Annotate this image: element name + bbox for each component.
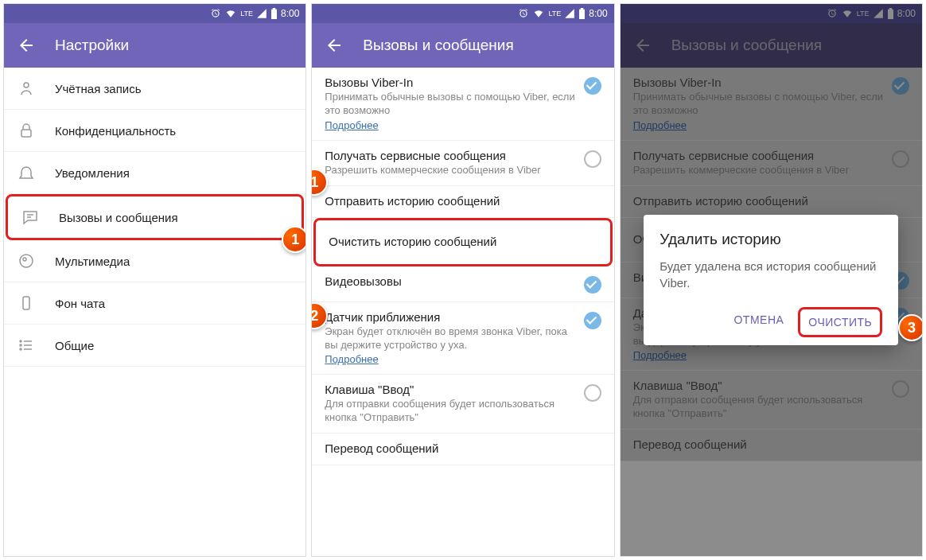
setting-viber-in[interactable]: Вызовы Viber-In Принимать обычные вызовы… xyxy=(312,68,613,141)
item-label: Уведомления xyxy=(55,166,130,180)
modal-overlay[interactable]: Удалить историю Будет удалена вся истори… xyxy=(621,4,922,556)
wifi-icon xyxy=(224,8,237,19)
phone-bg-icon xyxy=(17,294,36,313)
svg-point-5 xyxy=(20,340,21,342)
chat-icon xyxy=(21,208,40,227)
phone-screen-1: LTE 8:00 Настройки Учётная запись Конфид… xyxy=(3,3,306,557)
calls-settings-list: Вызовы Viber-In Принимать обычные вызовы… xyxy=(312,68,613,465)
signal-icon xyxy=(564,8,575,19)
status-bar: LTE 8:00 xyxy=(312,4,613,23)
svg-point-2 xyxy=(20,255,33,267)
settings-list: Учётная запись Конфиденциальность Уведом… xyxy=(4,68,305,367)
person-icon xyxy=(17,79,36,98)
item-label: Учётная запись xyxy=(55,82,142,95)
item-label: Мультимедиа xyxy=(55,255,130,268)
app-bar-title: Вызовы и сообщения xyxy=(363,37,513,54)
settings-item-background[interactable]: Фон чата xyxy=(4,282,305,325)
bell-icon xyxy=(17,163,36,182)
dialog-title: Удалить историю xyxy=(659,231,882,248)
item-label: Конфиденциальность xyxy=(55,124,176,138)
settings-item-privacy[interactable]: Конфиденциальность xyxy=(4,110,305,152)
item-label: Вызовы и сообщения xyxy=(59,211,178,224)
lock-icon xyxy=(17,121,36,140)
battery-icon xyxy=(270,8,278,19)
settings-item-general[interactable]: Общие xyxy=(4,325,305,367)
back-icon[interactable] xyxy=(325,36,344,55)
lte-icon: LTE xyxy=(240,10,253,18)
battery-icon xyxy=(578,8,586,19)
setting-title: Клавиша "Ввод" xyxy=(325,383,577,396)
setting-title: Получать сервисные сообщения xyxy=(325,149,577,162)
setting-title: Перевод сообщений xyxy=(325,441,594,455)
alarm-icon xyxy=(210,8,221,19)
setting-video-calls[interactable]: Видеовызовы xyxy=(312,266,613,302)
step-badge-1: 1 xyxy=(282,226,306,253)
more-link[interactable]: Подробнее xyxy=(325,353,378,365)
setting-proximity[interactable]: Датчик приближения Экран будет отключён … xyxy=(312,302,613,375)
setting-desc: Для отправки сообщения будет использоват… xyxy=(325,398,577,425)
setting-enter-key[interactable]: Клавиша "Ввод" Для отправки сообщения бу… xyxy=(312,375,613,434)
status-bar: LTE 8:00 xyxy=(4,4,305,23)
svg-point-6 xyxy=(20,344,21,346)
setting-translate[interactable]: Перевод сообщений xyxy=(312,434,613,465)
setting-clear-history[interactable]: Очистить историю сообщений xyxy=(313,218,612,266)
setting-desc: Экран будет отключён во время звонка Vib… xyxy=(325,325,577,352)
setting-service-msgs[interactable]: Получать сервисные сообщения Разрешить к… xyxy=(312,141,613,186)
status-time: 8:00 xyxy=(589,8,607,19)
svg-point-3 xyxy=(23,258,26,261)
back-icon[interactable] xyxy=(17,36,36,55)
toggle-on-icon[interactable] xyxy=(584,312,601,329)
wifi-icon xyxy=(532,8,545,19)
svg-rect-1 xyxy=(21,130,31,137)
toggle-off-icon[interactable] xyxy=(584,384,601,402)
settings-item-calls-messages[interactable]: Вызовы и сообщения xyxy=(6,194,304,240)
setting-desc: Принимать обычные вызовы с помощью Viber… xyxy=(325,91,577,118)
svg-point-0 xyxy=(24,83,29,88)
dialog-actions: ОТМЕНА ОЧИСТИТЬ xyxy=(659,307,882,337)
media-icon xyxy=(17,251,36,270)
confirm-dialog: Удалить историю Будет удалена вся истори… xyxy=(644,215,898,345)
svg-point-7 xyxy=(20,348,21,350)
phone-screen-2: LTE 8:00 Вызовы и сообщения Вызовы Viber… xyxy=(311,3,614,557)
app-bar: Настройки xyxy=(4,23,305,68)
item-label: Фон чата xyxy=(55,297,105,310)
toggle-on-icon[interactable] xyxy=(584,276,601,294)
more-link[interactable]: Подробнее xyxy=(325,119,378,131)
setting-title: Датчик приближения xyxy=(325,310,577,324)
dialog-message: Будет удалена вся история сообщений Vibe… xyxy=(659,258,882,291)
setting-title: Вызовы Viber-In xyxy=(325,76,577,89)
list-icon xyxy=(17,336,36,355)
app-bar-title: Настройки xyxy=(55,37,129,54)
alarm-icon xyxy=(518,8,529,19)
signal-icon xyxy=(256,8,267,19)
settings-item-notifications[interactable]: Уведомления xyxy=(4,152,305,194)
lte-icon: LTE xyxy=(548,10,561,18)
phone-screen-3: LTE 8:00 Вызовы и сообщения Вызовы Viber… xyxy=(620,3,923,557)
toggle-off-icon[interactable] xyxy=(584,150,601,168)
cancel-button[interactable]: ОТМЕНА xyxy=(726,307,792,337)
app-bar: Вызовы и сообщения xyxy=(312,23,613,68)
settings-item-account[interactable]: Учётная запись xyxy=(4,68,305,110)
status-time: 8:00 xyxy=(281,8,299,19)
setting-title: Видеовызовы xyxy=(325,274,577,288)
step-badge-3: 3 xyxy=(898,314,923,341)
setting-send-history[interactable]: Отправить историю сообщений xyxy=(312,186,613,218)
setting-desc: Разрешить коммерческие сообщения в Viber xyxy=(325,164,577,177)
setting-title: Очистить историю сообщений xyxy=(329,235,590,248)
setting-title: Отправить историю сообщений xyxy=(325,194,594,208)
settings-item-media[interactable]: Мультимедиа xyxy=(4,240,305,282)
toggle-on-icon[interactable] xyxy=(584,77,601,95)
item-label: Общие xyxy=(55,339,94,352)
svg-rect-4 xyxy=(23,297,29,309)
confirm-button[interactable]: ОЧИСТИТЬ xyxy=(798,307,882,337)
